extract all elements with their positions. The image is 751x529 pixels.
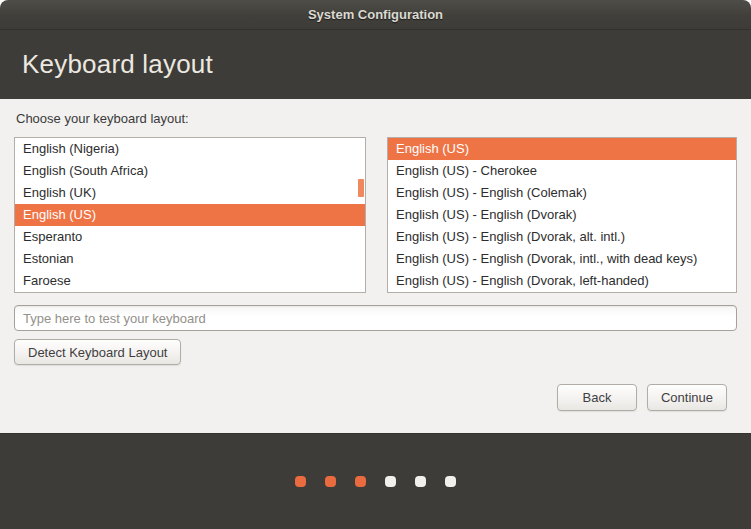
progress-dot xyxy=(445,476,456,487)
list-item[interactable]: English (South Africa) xyxy=(15,160,365,182)
content-area: Choose your keyboard layout: English (Ni… xyxy=(0,99,751,433)
keyboard-layout-list[interactable]: English (Nigeria)English (South Africa)E… xyxy=(14,137,366,293)
progress-dot xyxy=(325,476,336,487)
list-item[interactable]: English (US) - English (Dvorak) xyxy=(388,204,736,226)
list-item[interactable]: English (US) - English (Dvorak, intl., w… xyxy=(388,248,736,270)
navigation-buttons: Back Continue xyxy=(557,384,727,411)
list-item[interactable]: English (US) - English (Colemak) xyxy=(388,182,736,204)
progress-dot xyxy=(415,476,426,487)
titlebar: System Configuration xyxy=(0,0,751,30)
continue-button[interactable]: Continue xyxy=(647,384,727,411)
list-item[interactable]: Estonian xyxy=(15,248,365,270)
list-item[interactable]: English (UK) xyxy=(15,182,365,204)
scrollbar-thumb[interactable] xyxy=(358,179,364,197)
choose-layout-label: Choose your keyboard layout: xyxy=(16,111,737,126)
layout-lists: English (Nigeria)English (South Africa)E… xyxy=(14,137,737,293)
detect-keyboard-layout-button[interactable]: Detect Keyboard Layout xyxy=(14,339,181,365)
list-item[interactable]: English (Nigeria) xyxy=(15,138,365,160)
list-item[interactable]: English (US) xyxy=(15,204,365,226)
list-item[interactable]: English (US) xyxy=(388,138,736,160)
progress-dot xyxy=(385,476,396,487)
keyboard-variant-list[interactable]: English (US)English (US) - CherokeeEngli… xyxy=(387,137,737,293)
list-item[interactable]: Esperanto xyxy=(15,226,365,248)
page-title: Keyboard layout xyxy=(22,49,213,80)
back-button[interactable]: Back xyxy=(557,384,637,411)
list-item[interactable]: Faroese xyxy=(15,270,365,292)
list-item[interactable]: English (US) - English (Dvorak, alt. int… xyxy=(388,226,736,248)
progress-dot xyxy=(295,476,306,487)
window-title: System Configuration xyxy=(308,7,443,22)
keyboard-test-input[interactable] xyxy=(14,305,737,331)
progress-bar xyxy=(0,433,751,529)
page-header: Keyboard layout xyxy=(0,30,751,99)
list-item[interactable]: English (US) - Cherokee xyxy=(388,160,736,182)
progress-dot xyxy=(355,476,366,487)
list-item[interactable]: English (US) - English (Dvorak, left-han… xyxy=(388,270,736,292)
installer-window: System Configuration Keyboard layout Cho… xyxy=(0,0,751,529)
